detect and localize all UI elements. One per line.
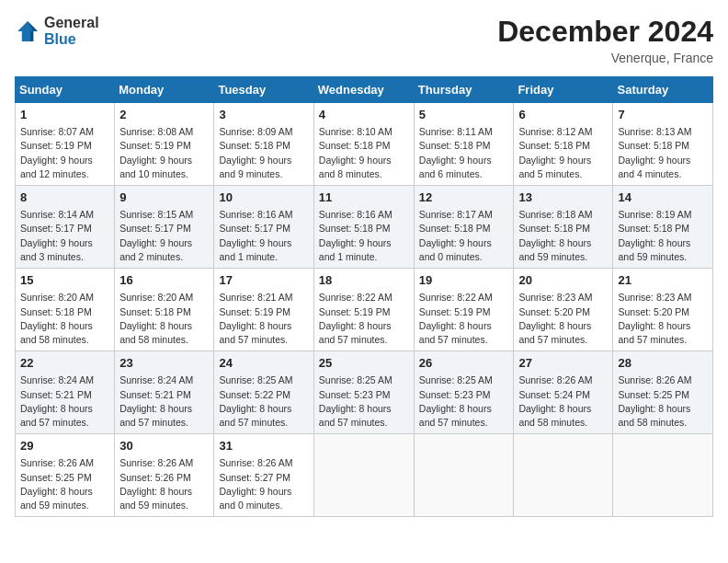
logo: General Blue bbox=[15, 15, 99, 47]
day-detail: Sunrise: 8:25 AM Sunset: 5:23 PM Dayligh… bbox=[419, 373, 509, 430]
calendar-cell: 12 Sunrise: 8:17 AM Sunset: 5:18 PM Dayl… bbox=[414, 186, 514, 269]
calendar-cell: 30 Sunrise: 8:26 AM Sunset: 5:26 PM Dayl… bbox=[115, 434, 214, 517]
day-number: 22 bbox=[20, 355, 109, 372]
calendar-header-sunday: Sunday bbox=[16, 77, 115, 103]
day-number: 5 bbox=[419, 107, 509, 123]
calendar-cell: 5 Sunrise: 8:11 AM Sunset: 5:18 PM Dayli… bbox=[414, 103, 514, 186]
calendar-cell: 3 Sunrise: 8:09 AM Sunset: 5:18 PM Dayli… bbox=[214, 103, 313, 186]
logo-general-text: General bbox=[44, 15, 99, 31]
day-number: 28 bbox=[618, 355, 708, 372]
title-area: December 2024 Venerque, France bbox=[497, 15, 713, 65]
calendar-cell: 31 Sunrise: 8:26 AM Sunset: 5:27 PM Dayl… bbox=[214, 434, 313, 517]
calendar-cell: 13 Sunrise: 8:18 AM Sunset: 5:18 PM Dayl… bbox=[514, 186, 613, 269]
calendar-cell: 21 Sunrise: 8:23 AM Sunset: 5:20 PM Dayl… bbox=[613, 269, 713, 351]
calendar-cell: 26 Sunrise: 8:25 AM Sunset: 5:23 PM Dayl… bbox=[414, 351, 514, 434]
calendar-cell: 15 Sunrise: 8:20 AM Sunset: 5:18 PM Dayl… bbox=[16, 269, 115, 351]
calendar-cell: 9 Sunrise: 8:15 AM Sunset: 5:17 PM Dayli… bbox=[115, 186, 214, 269]
day-number: 1 bbox=[20, 107, 109, 123]
calendar-cell: 10 Sunrise: 8:16 AM Sunset: 5:17 PM Dayl… bbox=[214, 186, 313, 269]
day-number: 18 bbox=[319, 272, 409, 289]
calendar-cell: 14 Sunrise: 8:19 AM Sunset: 5:18 PM Dayl… bbox=[613, 186, 713, 269]
day-detail: Sunrise: 8:21 AM Sunset: 5:19 PM Dayligh… bbox=[219, 291, 308, 347]
calendar-cell: 6 Sunrise: 8:12 AM Sunset: 5:18 PM Dayli… bbox=[514, 103, 613, 186]
day-detail: Sunrise: 8:10 AM Sunset: 5:18 PM Dayligh… bbox=[319, 125, 409, 181]
day-number: 12 bbox=[419, 190, 509, 206]
day-detail: Sunrise: 8:18 AM Sunset: 5:18 PM Dayligh… bbox=[518, 208, 608, 264]
day-number: 2 bbox=[119, 107, 209, 123]
day-number: 24 bbox=[219, 355, 308, 372]
calendar-cell bbox=[514, 434, 613, 517]
calendar-cell: 17 Sunrise: 8:21 AM Sunset: 5:19 PM Dayl… bbox=[214, 269, 313, 351]
day-number: 30 bbox=[119, 438, 209, 454]
day-detail: Sunrise: 8:23 AM Sunset: 5:20 PM Dayligh… bbox=[618, 291, 708, 347]
calendar-table: SundayMondayTuesdayWednesdayThursdayFrid… bbox=[15, 76, 713, 517]
logo-icon bbox=[15, 18, 40, 44]
day-detail: Sunrise: 8:26 AM Sunset: 5:25 PM Dayligh… bbox=[618, 373, 708, 430]
calendar-week-row: 15 Sunrise: 8:20 AM Sunset: 5:18 PM Dayl… bbox=[16, 269, 713, 351]
calendar-cell: 22 Sunrise: 8:24 AM Sunset: 5:21 PM Dayl… bbox=[16, 351, 115, 434]
day-number: 7 bbox=[618, 107, 708, 123]
calendar-cell: 4 Sunrise: 8:10 AM Sunset: 5:18 PM Dayli… bbox=[313, 103, 414, 186]
calendar-cell: 24 Sunrise: 8:25 AM Sunset: 5:22 PM Dayl… bbox=[214, 351, 313, 434]
calendar-cell bbox=[613, 434, 713, 517]
calendar-cell: 1 Sunrise: 8:07 AM Sunset: 5:19 PM Dayli… bbox=[16, 103, 115, 186]
day-number: 6 bbox=[518, 107, 608, 123]
day-detail: Sunrise: 8:22 AM Sunset: 5:19 PM Dayligh… bbox=[419, 291, 509, 347]
day-detail: Sunrise: 8:24 AM Sunset: 5:21 PM Dayligh… bbox=[20, 373, 109, 430]
calendar-header-friday: Friday bbox=[514, 77, 613, 103]
day-detail: Sunrise: 8:13 AM Sunset: 5:18 PM Dayligh… bbox=[618, 125, 708, 181]
day-number: 27 bbox=[518, 355, 608, 372]
day-number: 3 bbox=[219, 107, 308, 123]
calendar-week-row: 29 Sunrise: 8:26 AM Sunset: 5:25 PM Dayl… bbox=[16, 434, 713, 517]
calendar-week-row: 1 Sunrise: 8:07 AM Sunset: 5:19 PM Dayli… bbox=[16, 103, 713, 186]
calendar-cell: 2 Sunrise: 8:08 AM Sunset: 5:19 PM Dayli… bbox=[115, 103, 214, 186]
calendar-cell: 8 Sunrise: 8:14 AM Sunset: 5:17 PM Dayli… bbox=[16, 186, 115, 269]
day-detail: Sunrise: 8:15 AM Sunset: 5:17 PM Dayligh… bbox=[119, 208, 209, 264]
calendar-cell: 16 Sunrise: 8:20 AM Sunset: 5:18 PM Dayl… bbox=[115, 269, 214, 351]
day-number: 13 bbox=[518, 190, 608, 206]
day-detail: Sunrise: 8:20 AM Sunset: 5:18 PM Dayligh… bbox=[119, 291, 209, 347]
day-number: 23 bbox=[119, 355, 209, 372]
calendar-header-saturday: Saturday bbox=[613, 77, 713, 103]
day-detail: Sunrise: 8:19 AM Sunset: 5:18 PM Dayligh… bbox=[618, 208, 708, 264]
day-detail: Sunrise: 8:08 AM Sunset: 5:19 PM Dayligh… bbox=[119, 125, 209, 181]
calendar-cell: 19 Sunrise: 8:22 AM Sunset: 5:19 PM Dayl… bbox=[414, 269, 514, 351]
day-detail: Sunrise: 8:17 AM Sunset: 5:18 PM Dayligh… bbox=[419, 208, 509, 264]
day-detail: Sunrise: 8:22 AM Sunset: 5:19 PM Dayligh… bbox=[319, 291, 409, 347]
day-detail: Sunrise: 8:26 AM Sunset: 5:27 PM Dayligh… bbox=[219, 456, 308, 512]
day-detail: Sunrise: 8:26 AM Sunset: 5:24 PM Dayligh… bbox=[518, 373, 608, 430]
day-detail: Sunrise: 8:11 AM Sunset: 5:18 PM Dayligh… bbox=[419, 125, 509, 181]
day-detail: Sunrise: 8:12 AM Sunset: 5:18 PM Dayligh… bbox=[518, 125, 608, 181]
day-number: 26 bbox=[419, 355, 509, 372]
day-detail: Sunrise: 8:07 AM Sunset: 5:19 PM Dayligh… bbox=[20, 125, 109, 181]
day-number: 10 bbox=[219, 190, 308, 206]
logo-text: General Blue bbox=[44, 15, 99, 47]
day-number: 19 bbox=[419, 272, 509, 289]
day-detail: Sunrise: 8:09 AM Sunset: 5:18 PM Dayligh… bbox=[219, 125, 308, 181]
day-number: 31 bbox=[219, 438, 308, 454]
day-number: 8 bbox=[20, 190, 109, 206]
day-detail: Sunrise: 8:16 AM Sunset: 5:18 PM Dayligh… bbox=[319, 208, 409, 264]
day-number: 16 bbox=[119, 272, 209, 289]
day-number: 20 bbox=[518, 272, 608, 289]
calendar-cell: 20 Sunrise: 8:23 AM Sunset: 5:20 PM Dayl… bbox=[514, 269, 613, 351]
calendar-cell: 28 Sunrise: 8:26 AM Sunset: 5:25 PM Dayl… bbox=[613, 351, 713, 434]
day-number: 14 bbox=[618, 190, 708, 206]
day-detail: Sunrise: 8:24 AM Sunset: 5:21 PM Dayligh… bbox=[119, 373, 209, 430]
day-detail: Sunrise: 8:26 AM Sunset: 5:26 PM Dayligh… bbox=[119, 456, 209, 512]
day-number: 29 bbox=[20, 438, 109, 454]
day-detail: Sunrise: 8:14 AM Sunset: 5:17 PM Dayligh… bbox=[20, 208, 109, 264]
day-number: 17 bbox=[219, 272, 308, 289]
month-title: December 2024 bbox=[497, 15, 713, 49]
day-detail: Sunrise: 8:20 AM Sunset: 5:18 PM Dayligh… bbox=[20, 291, 109, 347]
calendar-cell: 18 Sunrise: 8:22 AM Sunset: 5:19 PM Dayl… bbox=[313, 269, 414, 351]
day-number: 15 bbox=[20, 272, 109, 289]
location: Venerque, France bbox=[497, 51, 713, 65]
day-detail: Sunrise: 8:23 AM Sunset: 5:20 PM Dayligh… bbox=[518, 291, 608, 347]
calendar-header-thursday: Thursday bbox=[414, 77, 514, 103]
calendar-cell: 25 Sunrise: 8:25 AM Sunset: 5:23 PM Dayl… bbox=[313, 351, 414, 434]
calendar-cell: 23 Sunrise: 8:24 AM Sunset: 5:21 PM Dayl… bbox=[115, 351, 214, 434]
calendar-cell: 11 Sunrise: 8:16 AM Sunset: 5:18 PM Dayl… bbox=[313, 186, 414, 269]
day-detail: Sunrise: 8:16 AM Sunset: 5:17 PM Dayligh… bbox=[219, 208, 308, 264]
calendar-cell: 7 Sunrise: 8:13 AM Sunset: 5:18 PM Dayli… bbox=[613, 103, 713, 186]
